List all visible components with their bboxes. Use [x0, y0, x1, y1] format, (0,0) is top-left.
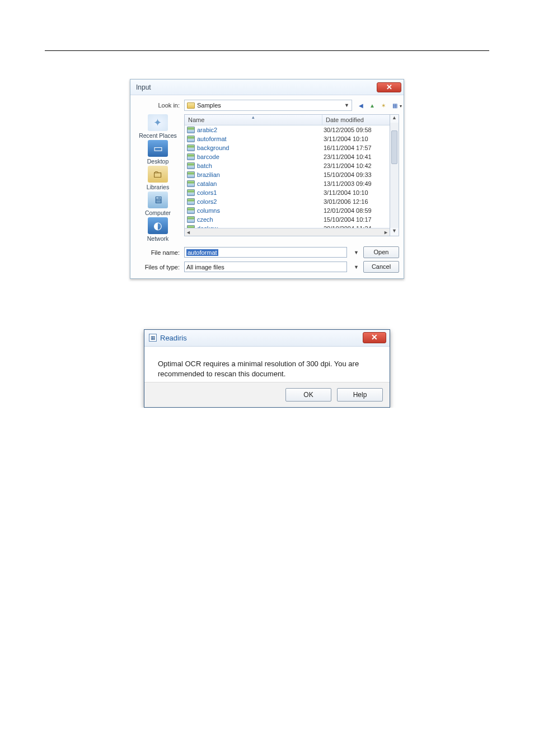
place-libraries[interactable]: 🗀 Libraries	[147, 166, 169, 190]
input-file-dialog: Input ✕ Look in: Samples ▼ ◀ ▲ ✶ ▦	[130, 79, 404, 279]
file-row[interactable]: barcode23/11/2004 10:41	[185, 152, 390, 161]
dialog-titlebar[interactable]: Input ✕	[130, 80, 404, 95]
files-of-type-value: All image files	[186, 264, 224, 270]
place-network[interactable]: ◐ Network	[147, 217, 169, 242]
readiris-message-dialog: ▦ Readiris ✕ Optimal OCR requires a mini…	[144, 329, 390, 408]
image-file-icon	[187, 144, 195, 151]
file-date: 15/10/2004 10:17	[324, 216, 390, 223]
file-name: brazilian	[197, 171, 324, 178]
file-row[interactable]: colors13/11/2004 10:10	[185, 188, 390, 197]
file-list-header[interactable]: ▴ Name Date modified	[185, 115, 390, 125]
file-row[interactable]: arabic230/12/2005 09:58	[185, 125, 390, 134]
file-date: 23/11/2004 10:42	[324, 162, 390, 169]
open-button[interactable]: Open	[363, 246, 399, 258]
place-label: Computer	[145, 209, 171, 216]
file-name: catalan	[197, 180, 324, 187]
files-of-type-label: Files of type:	[135, 264, 180, 270]
up-one-level-icon[interactable]: ▲	[368, 101, 377, 110]
look-in-value: Samples	[197, 102, 221, 109]
vertical-scrollbar[interactable]: ▲ ▼	[390, 114, 399, 236]
column-header-date[interactable]: Date modified	[322, 115, 390, 125]
image-file-icon	[187, 162, 195, 169]
sort-ascending-icon: ▴	[252, 114, 255, 120]
desktop-icon: ▭	[148, 140, 168, 157]
file-date: 12/01/2004 08:59	[324, 207, 390, 214]
file-row[interactable]: brazilian15/10/2004 09:33	[185, 170, 390, 179]
file-name-value: autoformat	[186, 249, 218, 256]
file-name-input[interactable]: autoformat	[184, 247, 347, 258]
file-row[interactable]: deskew20/10/2004 11:24	[185, 224, 390, 228]
file-row[interactable]: background16/11/2004 17:57	[185, 143, 390, 152]
image-file-icon	[187, 216, 195, 223]
file-name: colors2	[197, 198, 324, 205]
image-file-icon	[187, 198, 195, 205]
place-label: Libraries	[147, 184, 169, 190]
file-name: autoformat	[197, 136, 324, 142]
image-file-icon	[187, 171, 195, 178]
ok-button[interactable]: OK	[285, 388, 331, 402]
file-date: 16/11/2004 17:57	[324, 144, 390, 151]
close-button[interactable]: ✕	[377, 82, 401, 92]
file-row[interactable]: colors23/01/2006 12:16	[185, 197, 390, 206]
dialog-title: Readiris	[160, 334, 187, 342]
file-name-label: File name:	[135, 249, 180, 256]
place-label: Recent Places	[139, 132, 177, 139]
place-label: Network	[147, 235, 169, 242]
close-button[interactable]: ✕	[363, 332, 386, 343]
file-date: 3/11/2004 10:10	[324, 136, 390, 142]
files-of-type-dropdown[interactable]: All image files	[184, 262, 347, 272]
libraries-icon: 🗀	[148, 166, 168, 183]
file-date: 13/11/2003 09:49	[324, 180, 390, 187]
recent-places-icon: ✦	[148, 114, 168, 131]
dialog-title: Input	[136, 83, 151, 91]
dialog-titlebar[interactable]: ▦ Readiris ✕	[144, 330, 390, 347]
folder-icon	[187, 102, 195, 109]
scroll-right-icon[interactable]: ►	[383, 230, 388, 235]
cancel-button[interactable]: Cancel	[363, 261, 399, 273]
file-name: batch	[197, 162, 324, 169]
file-name: czech	[197, 216, 324, 223]
views-menu-icon[interactable]: ▦	[390, 101, 399, 110]
file-name: background	[197, 144, 324, 151]
file-row[interactable]: autoformat3/11/2004 10:10	[185, 134, 390, 143]
scroll-thumb[interactable]	[391, 130, 397, 164]
image-file-icon	[187, 127, 195, 133]
image-file-icon	[187, 189, 195, 196]
scroll-down-icon[interactable]: ▼	[390, 228, 399, 236]
network-icon: ◐	[148, 217, 168, 234]
horizontal-scrollbar[interactable]: ◄ ►	[185, 228, 390, 236]
place-desktop[interactable]: ▭ Desktop	[147, 140, 169, 165]
places-bar: ✦ Recent Places ▭ Desktop 🗀 Libraries 🖥 …	[135, 114, 181, 242]
dropdown-arrow-icon: ▼	[344, 102, 349, 108]
readiris-app-icon: ▦	[149, 334, 157, 342]
file-row[interactable]: columns12/01/2004 08:59	[185, 206, 390, 215]
chevron-down-icon[interactable]: ▼	[354, 264, 359, 270]
scroll-left-icon[interactable]: ◄	[186, 230, 191, 235]
file-date: 30/12/2005 09:58	[324, 127, 390, 133]
computer-icon: 🖥	[148, 192, 168, 208]
file-name: colors1	[197, 189, 324, 196]
image-file-icon	[187, 180, 195, 187]
image-file-icon	[187, 153, 195, 160]
back-icon[interactable]: ◀	[357, 101, 366, 110]
column-header-name[interactable]: ▴ Name	[185, 115, 322, 125]
place-recent[interactable]: ✦ Recent Places	[139, 114, 177, 139]
place-computer[interactable]: 🖥 Computer	[145, 192, 171, 216]
image-file-icon	[187, 136, 195, 142]
chevron-down-icon[interactable]: ▼	[354, 250, 359, 255]
look-in-dropdown[interactable]: Samples ▼	[184, 100, 352, 111]
file-row[interactable]: czech15/10/2004 10:17	[185, 215, 390, 224]
file-name: arabic2	[197, 127, 324, 133]
file-row[interactable]: catalan13/11/2003 09:49	[185, 179, 390, 188]
file-date: 3/11/2004 10:10	[324, 189, 390, 196]
scroll-up-icon[interactable]: ▲	[390, 115, 399, 123]
file-list[interactable]: ▴ Name Date modified arabic230/12/2005 0…	[184, 114, 390, 236]
file-name: barcode	[197, 153, 324, 160]
file-date: 15/10/2004 09:33	[324, 171, 390, 178]
file-name: columns	[197, 207, 324, 214]
file-date: 3/01/2006 12:16	[324, 198, 390, 205]
file-row[interactable]: batch23/11/2004 10:42	[185, 161, 390, 170]
help-button[interactable]: Help	[337, 388, 383, 402]
message-text: Optimal OCR requires a minimal resolutio…	[158, 359, 376, 379]
new-folder-icon[interactable]: ✶	[379, 101, 388, 110]
